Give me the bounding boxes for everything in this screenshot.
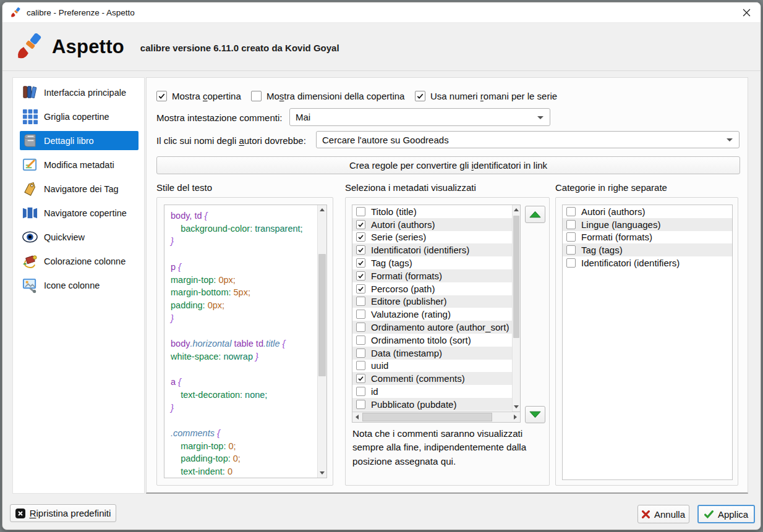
comments-heading-label: Mostra intestazione commenti:	[156, 112, 282, 123]
create-link-rules-label: Crea regole per convertire gli identific…	[349, 160, 547, 171]
close-icon[interactable]	[735, 3, 757, 22]
sidebar-item-label: Navigatore dei Tag	[44, 184, 119, 194]
unchecked-checkbox[interactable]	[566, 258, 576, 268]
list-scroll-thumb[interactable]	[513, 216, 519, 338]
checked-checkbox[interactable]	[356, 245, 365, 255]
list-item[interactable]: id	[352, 385, 512, 398]
unchecked-checkbox[interactable]	[356, 348, 365, 358]
sidebar-item-tag-browser[interactable]: Navigatore dei Tag	[20, 179, 139, 198]
sidebar-item-cover-grid[interactable]: Griglia copertine	[20, 107, 139, 126]
list-item[interactable]: Ordinamento autore (author_sort)	[352, 321, 512, 334]
code-line: padding: 0px;	[171, 299, 316, 312]
list-item[interactable]: Pubblicato (pubdate)	[352, 398, 512, 411]
list-item-label: Percorso (path)	[371, 284, 435, 294]
move-down-button[interactable]	[525, 406, 545, 423]
cancel-button[interactable]: Annulla	[637, 505, 689, 523]
list-item[interactable]: Percorso (path)	[352, 282, 512, 295]
sidebar-item-book-details[interactable]: Dettagli libro	[20, 131, 139, 150]
checkbox-label: Mostra copertina	[172, 91, 241, 101]
list-item[interactable]: uuid	[352, 360, 512, 373]
sidebar-item-cover-browser[interactable]: Navigatore copertine	[20, 203, 139, 222]
checked-checkbox[interactable]	[356, 232, 365, 242]
list-item[interactable]: Identificatori (identifiers)	[352, 243, 512, 256]
list-item-label: Formati (formats)	[371, 271, 442, 281]
create-link-rules-button[interactable]: Crea regole per convertire gli identific…	[156, 156, 740, 174]
unchecked-checkbox[interactable]	[566, 232, 576, 242]
list-item[interactable]: Titolo (title)	[352, 205, 512, 218]
scroll-down-icon[interactable]	[513, 402, 520, 412]
unchecked-checkbox[interactable]	[566, 220, 576, 229]
list-item[interactable]: Lingue (languages)	[563, 218, 732, 231]
editor-vertical-scrollbar[interactable]	[317, 205, 326, 478]
list-item[interactable]: Editore (publisher)	[352, 295, 512, 308]
list-item[interactable]: Commenti (comments)	[352, 372, 512, 385]
list-item[interactable]: Formati (formats)	[352, 269, 512, 282]
list-item[interactable]: Formati (formats)	[563, 231, 732, 244]
restore-defaults-button[interactable]: Ripristina predefiniti	[10, 504, 116, 522]
code-line: .comments {	[171, 427, 316, 440]
editor-scroll-thumb[interactable]	[318, 254, 326, 376]
code-line: text-decoration: none;	[171, 389, 316, 402]
unchecked-checkbox[interactable]	[356, 387, 365, 396]
window-title: calibre - Preferenze - Aspetto	[27, 8, 135, 17]
checked-checkbox[interactable]	[356, 284, 365, 293]
sidebar-item-column-coloring[interactable]: Colorazione colonne	[20, 251, 139, 271]
list-item[interactable]: Serie (series)	[352, 231, 512, 244]
checked-checkbox[interactable]	[415, 91, 425, 101]
unchecked-checkbox[interactable]	[356, 336, 365, 345]
unchecked-checkbox[interactable]	[356, 400, 365, 409]
author-click-select[interactable]: Cercare l'autore su Goodreads	[316, 131, 740, 148]
column-icons-icon	[21, 277, 38, 294]
unchecked-checkbox[interactable]	[566, 245, 576, 255]
unchecked-checkbox[interactable]	[356, 323, 365, 332]
unchecked-checkbox[interactable]	[356, 361, 365, 370]
sidebar-item-main-interface[interactable]: Interfaccia principale	[20, 83, 139, 102]
unchecked-checkbox[interactable]	[566, 207, 576, 216]
unchecked-checkbox[interactable]	[356, 310, 365, 319]
list-vertical-scrollbar[interactable]	[512, 205, 520, 412]
scroll-up-icon[interactable]	[318, 205, 326, 214]
list-item[interactable]: Data (timestamp)	[352, 347, 512, 360]
list-item-label: Autori (authors)	[371, 219, 435, 230]
checked-checkbox[interactable]	[356, 220, 365, 229]
list-item[interactable]: Ordinamento titolo (sort)	[352, 334, 512, 347]
list-item[interactable]: Autori (authors)	[352, 218, 512, 231]
unchecked-checkbox[interactable]	[356, 297, 365, 306]
sidebar-item-quickview[interactable]: Quickview	[20, 227, 139, 247]
title-bar: calibre - Preferenze - Aspetto	[2, 2, 761, 23]
unchecked-checkbox[interactable]	[356, 207, 365, 216]
code-line: margin-top: 0;	[171, 440, 316, 453]
list-item[interactable]: Valutazione (rating)	[352, 308, 512, 321]
css-code[interactable]: body, td { background-color: transparent…	[164, 205, 317, 478]
css-editor[interactable]: body, td { background-color: transparent…	[164, 205, 327, 478]
scroll-right-icon[interactable]	[511, 412, 520, 422]
list-item[interactable]: Tag (tags)	[352, 256, 512, 269]
list-item-label: Commenti (comments)	[371, 373, 465, 384]
list-item-partial[interactable]	[352, 411, 512, 412]
code-line: margin-bottom: 5px;	[171, 286, 316, 299]
checked-checkbox[interactable]	[356, 258, 365, 268]
code-line: background-color: transparent;	[171, 222, 316, 235]
checkbox-option-1[interactable]: Mostra copertina	[156, 90, 241, 102]
scroll-down-icon[interactable]	[318, 468, 326, 478]
comments-heading-select[interactable]: Mai	[289, 108, 550, 126]
checkbox-option-2[interactable]: Mostra dimensioni della copertina	[251, 90, 404, 102]
scroll-left-icon[interactable]	[352, 412, 362, 422]
list-item[interactable]: Identificatori (identifiers)	[563, 256, 732, 269]
sidebar-item-edit-metadata[interactable]: Modifica metadati	[20, 155, 139, 174]
unchecked-checkbox[interactable]	[251, 91, 262, 101]
list-horizontal-scrollbar[interactable]	[352, 412, 521, 423]
list-item[interactable]: Tag (tags)	[563, 243, 732, 256]
list-item-label: Ordinamento autore (author_sort)	[371, 322, 509, 332]
author-click-label: Il clic sui nomi degli autori dovrebbe:	[156, 135, 306, 146]
apply-button[interactable]: Applica	[697, 505, 755, 523]
sidebar-item-column-icons[interactable]: Icone colonne	[20, 276, 139, 295]
list-item[interactable]: Autori (authors)	[563, 205, 732, 218]
checkbox-option-3[interactable]: Usa numeri romani per le serie	[415, 90, 557, 102]
checked-checkbox[interactable]	[156, 91, 167, 101]
move-up-button[interactable]	[525, 206, 545, 223]
checked-checkbox[interactable]	[356, 271, 365, 281]
hscroll-thumb[interactable]	[362, 413, 492, 421]
checked-checkbox[interactable]	[356, 374, 365, 383]
scroll-up-icon[interactable]	[513, 205, 520, 214]
